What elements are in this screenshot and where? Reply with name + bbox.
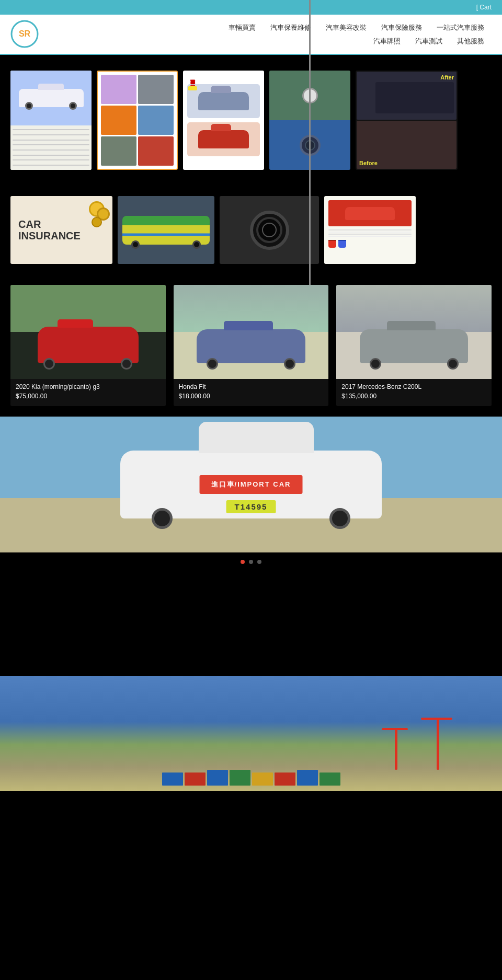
car-image-kia — [10, 285, 166, 379]
gallery-section-2: CAR INSURANCE — [0, 186, 502, 274]
container-4 — [230, 770, 250, 786]
import-plate: T14595 — [226, 500, 276, 513]
nav-row2: 汽車牌照 汽車測試 其他服務 — [60, 34, 492, 48]
cart-link[interactable]: [ Cart — [476, 4, 492, 11]
after-image: After — [357, 72, 457, 120]
nav-item-1[interactable]: 車輛買賣 — [221, 21, 263, 34]
gallery-item-mechanics[interactable] — [269, 71, 350, 170]
gallery-item-before-after[interactable]: After Before — [356, 71, 458, 170]
navigation: SR 車輛買賣 汽車保養維修 汽車美容改裝 汽車保險服務 一站式汽車服務 汽車牌… — [0, 15, 502, 54]
container-1 — [162, 773, 183, 786]
after-label: After — [440, 74, 454, 80]
slider-dot-2[interactable] — [249, 560, 253, 564]
nav-item-8[interactable]: 其他服務 — [450, 34, 492, 48]
nav-item-5[interactable]: 一站式汽車服務 — [429, 21, 492, 34]
instr-buckets — [328, 240, 412, 248]
honda-info: Honda Fit $18,000.00 — [174, 379, 329, 406]
gallery-item-collage[interactable] — [97, 71, 178, 170]
banner-content: T14595 進口車/IMPORT CAR — [120, 451, 382, 518]
gallery-item-ev[interactable]: 電動一款一價 — [183, 71, 264, 170]
car-doc-image — [10, 71, 92, 125]
import-wheel-left — [152, 508, 173, 529]
slider-dot-1[interactable] — [241, 560, 245, 564]
car-doc-text — [10, 125, 92, 170]
kia-price: $75,000.00 — [16, 393, 161, 400]
slider-dots — [0, 552, 502, 571]
honda-wheel-left — [207, 358, 218, 370]
camera-inner — [262, 223, 277, 237]
ev-car-bottom — [187, 122, 260, 156]
top-bar: [ Cart — [0, 0, 502, 15]
honda-wheel-right — [284, 358, 295, 370]
import-wheel-right — [329, 508, 350, 529]
before-label: Before — [359, 160, 378, 166]
crane-arm-1 — [421, 718, 452, 720]
police-stripe — [122, 234, 210, 236]
police-wheel-right — [192, 240, 201, 249]
kia-info: 2020 Kia (morning/picanto) g3 $75,000.00 — [10, 379, 166, 406]
car-card-merc[interactable]: 2017 Mercedes-Benz C200L $135,000.00 — [336, 285, 492, 406]
container-2 — [185, 773, 206, 786]
gallery-item-instructions[interactable] — [324, 196, 416, 264]
nav-item-4[interactable]: 汽車保險服務 — [374, 21, 429, 34]
honda-name: Honda Fit — [179, 383, 324, 390]
kia-name: 2020 Kia (morning/picanto) g3 — [16, 383, 161, 390]
gallery-item-insurance[interactable]: CAR INSURANCE — [10, 196, 112, 264]
kia-wheel-right — [121, 358, 132, 370]
merc-wheel-right — [447, 358, 459, 370]
container-3 — [207, 770, 228, 786]
container-5 — [252, 773, 273, 786]
cars-for-sale-section: 2020 Kia (morning/picanto) g3 $75,000.00… — [0, 274, 502, 417]
bucket-red — [328, 240, 336, 248]
gallery-row-2: CAR INSURANCE — [10, 196, 492, 264]
site-logo[interactable]: SR — [10, 20, 39, 49]
police-wheel-left — [131, 240, 140, 249]
car-card-kia[interactable]: 2020 Kia (morning/picanto) g3 $75,000.00 — [10, 285, 166, 406]
kia-wheel-left — [43, 358, 55, 370]
crane-2 — [395, 728, 397, 770]
car-image-honda — [174, 285, 329, 379]
merc-name: 2017 Mercedes-Benz C200L — [341, 383, 486, 390]
merc-roof — [387, 321, 436, 330]
container-8 — [320, 773, 340, 786]
crane-arm-2 — [382, 728, 408, 730]
car-image-merc — [336, 285, 492, 379]
mechanics-top — [269, 71, 350, 120]
honda-price: $18,000.00 — [179, 393, 324, 400]
ev-car-top — [187, 84, 260, 118]
nav-item-7[interactable]: 汽車測試 — [408, 34, 450, 48]
import-car-body: T14595 進口車/IMPORT CAR — [120, 451, 382, 518]
bucket-blue — [338, 240, 346, 248]
nav-item-3[interactable]: 汽車美容改裝 — [318, 21, 374, 34]
port-scene — [0, 722, 502, 791]
nav-item-6[interactable]: 汽車牌照 — [366, 34, 408, 48]
import-label: 進口車/IMPORT CAR — [200, 475, 303, 494]
crane-1 — [437, 718, 439, 770]
police-car-body — [122, 216, 210, 245]
ev-badge: 電動一款一價 — [188, 86, 197, 90]
instr-line-2 — [328, 232, 412, 233]
car-card-honda[interactable]: Honda Fit $18,000.00 — [174, 285, 329, 406]
instr-line-4 — [328, 236, 412, 237]
bottom-section — [0, 571, 502, 676]
kia-roof — [58, 319, 93, 328]
merc-wheel-left — [370, 358, 381, 370]
coin-3 — [92, 217, 102, 227]
slider-dot-3[interactable] — [257, 560, 261, 564]
merc-price: $135,000.00 — [341, 393, 486, 400]
merc-info: 2017 Mercedes-Benz C200L $135,000.00 — [336, 379, 492, 406]
camera-outer — [250, 211, 289, 250]
instr-line-1 — [328, 229, 412, 230]
port-banner — [0, 676, 502, 791]
car-body-kia — [38, 327, 139, 363]
gallery-item-camera[interactable] — [220, 196, 319, 264]
gallery-section-1: 電動一款一價 — [0, 55, 502, 186]
gallery-item-police[interactable] — [118, 196, 214, 264]
camera-middle — [256, 217, 282, 243]
gallery-item-car-doc[interactable] — [10, 71, 92, 170]
import-banner: T14595 進口車/IMPORT CAR — [0, 417, 502, 552]
nav-links: 車輛買賣 汽車保養維修 汽車美容改裝 汽車保險服務 一站式汽車服務 汽車牌照 汽… — [60, 21, 492, 48]
container-6 — [275, 773, 295, 786]
before-image: Before — [357, 121, 457, 169]
insurance-text: CAR INSURANCE — [10, 213, 88, 247]
